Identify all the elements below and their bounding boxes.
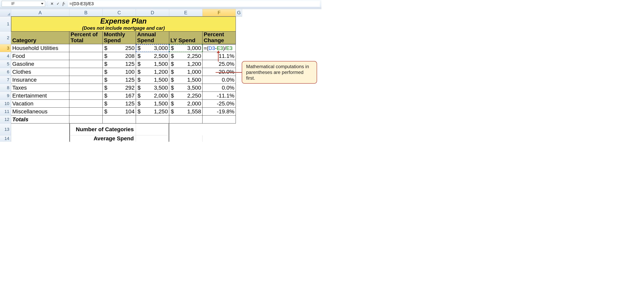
cell-E3[interactable]: $3,000 [169,44,202,52]
col-header-C[interactable]: C [103,9,136,16]
cell-F7[interactable]: 0.0% [202,76,236,84]
row-header-12[interactable]: 12 [0,116,11,124]
cell-E6[interactable]: $1,000 [169,68,202,76]
cell-E13[interactable] [136,124,169,135]
cell-D8[interactable]: $3,500 [136,84,169,92]
cell-C9[interactable]: $167 [103,92,136,100]
cell-A14[interactable] [11,135,69,142]
row-header-9[interactable]: 9 [0,92,11,100]
row-header-5[interactable]: 5 [0,60,11,68]
cell-D10[interactable]: $1,500 [136,100,169,108]
cell-E12[interactable] [169,116,202,124]
cell-F12[interactable] [202,116,236,124]
cell-F13[interactable] [169,124,202,135]
insert-function-button[interactable]: fx [61,1,66,6]
row-header-14[interactable]: 14 [0,135,11,142]
select-all-corner[interactable] [0,9,11,16]
row-header-4[interactable]: 4 [0,52,11,60]
cell-B6[interactable] [69,68,103,76]
label-average-spend[interactable]: Average Spend [69,135,136,142]
cell-A6[interactable]: Clothes [11,68,69,76]
cell-F3-editing[interactable]: =(D3-E3)/E3 [202,44,236,52]
cell-A8[interactable]: Taxes [11,84,69,92]
row-header-6[interactable]: 6 [0,68,11,76]
cell-F5[interactable]: 25.0% [202,60,236,68]
cell-B5[interactable] [69,60,103,68]
name-box-dropdown-icon[interactable] [41,3,44,4]
cell-D6[interactable]: $1,200 [136,68,169,76]
col-header-E[interactable]: E [169,9,202,16]
cell-E14[interactable] [136,135,169,142]
cell-E9[interactable]: $2,250 [169,92,202,100]
cell-B4[interactable] [69,52,103,60]
cell-C3[interactable]: $250 [103,44,136,52]
cell-B12[interactable] [69,116,103,124]
cell-B7[interactable] [69,76,103,84]
cell-F6[interactable]: 20.0% [202,68,236,76]
cell-E11[interactable]: $1,558 [169,108,202,116]
cell-F9[interactable]: -11.1% [202,92,236,100]
cell-D4[interactable]: $2,500 [136,52,169,60]
label-number-of-categories[interactable]: Number of Categories [69,124,136,135]
cell-C11[interactable]: $104 [103,108,136,116]
col-header-B[interactable]: B [69,9,103,16]
enter-button[interactable]: ✓ [55,1,61,6]
row-header-3[interactable]: 3 [0,44,11,52]
row-header-13[interactable]: 13 [0,124,11,135]
row-header-11[interactable]: 11 [0,108,11,116]
header-monthly-spend[interactable]: Monthly Spend [103,32,136,44]
cell-C4[interactable]: $208 [103,52,136,60]
cell-A10[interactable]: Vacation [11,100,69,108]
cell-D12[interactable] [136,116,169,124]
name-box[interactable]: IF [2,1,45,7]
formula-input[interactable] [68,1,320,7]
row-header-2[interactable]: 2 [0,32,11,44]
col-header-D[interactable]: D [136,9,169,16]
cell-C5[interactable]: $125 [103,60,136,68]
col-header-A[interactable]: A [11,9,69,16]
cancel-button[interactable]: ✕ [49,1,55,6]
cell-D9[interactable]: $2,000 [136,92,169,100]
cell-C12[interactable] [103,116,136,124]
cell-E8[interactable]: $3,500 [169,84,202,92]
cell-E5[interactable]: $1,200 [169,60,202,68]
cell-F8[interactable]: 0.0% [202,84,236,92]
cell-B9[interactable] [69,92,103,100]
cell-D7[interactable]: $1,500 [136,76,169,84]
col-header-F[interactable]: F [202,9,236,16]
cell-B11[interactable] [69,108,103,116]
cell-B10[interactable] [69,100,103,108]
header-percent-change[interactable]: Percent Change [202,32,236,44]
cell-B3[interactable] [69,44,103,52]
cell-F4[interactable]: 11.1% [202,52,236,60]
cell-A7[interactable]: Insurance [11,76,69,84]
header-category[interactable]: Category [11,32,69,44]
header-ly-spend[interactable]: LY Spend [169,32,202,44]
cell-C8[interactable]: $292 [103,84,136,92]
cell-A4[interactable]: Food [11,52,69,60]
cell-C10[interactable]: $125 [103,100,136,108]
row-header-1[interactable]: 1 [0,16,11,32]
row-header-10[interactable]: 10 [0,100,11,108]
row-header-8[interactable]: 8 [0,84,11,92]
cell-A11[interactable]: Miscellaneous [11,108,69,116]
col-header-G-partial[interactable]: G [236,9,242,16]
cell-E4[interactable]: $2,250 [169,52,202,60]
cell-F11[interactable]: -19.8% [202,108,236,116]
title-cell[interactable]: Expense Plan (Does not include mortgage … [11,16,236,32]
cell-A9[interactable]: Entertainment [11,92,69,100]
cell-D11[interactable]: $1,250 [136,108,169,116]
cell-F14[interactable] [169,135,202,142]
cell-E7[interactable]: $1,500 [169,76,202,84]
row-header-7[interactable]: 7 [0,76,11,84]
spreadsheet-grid[interactable]: 1 Expense Plan (Does not include mortgag… [0,16,322,124]
cell-D5[interactable]: $1,500 [136,60,169,68]
cell-A5[interactable]: Gasoline [11,60,69,68]
cell-C7[interactable]: $125 [103,76,136,84]
cell-A12-totals[interactable]: Totals [11,116,69,124]
cell-F10[interactable]: -25.0% [202,100,236,108]
cell-A3[interactable]: Household Utilities [11,44,69,52]
cell-D3[interactable]: $3,000 [136,44,169,52]
header-percent-total[interactable]: Percent of Total [69,32,103,44]
header-annual-spend[interactable]: Annual Spend [136,32,169,44]
